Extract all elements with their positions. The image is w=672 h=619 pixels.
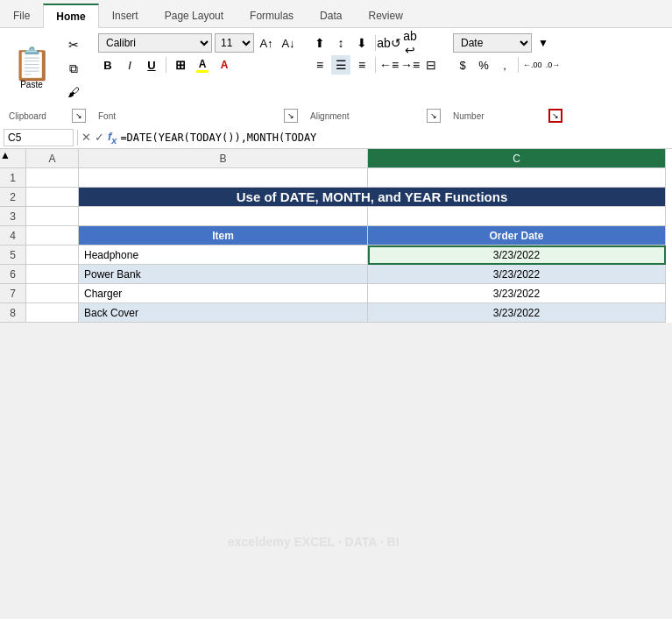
row-header-4: 4 [0, 226, 26, 245]
cell-b4[interactable]: Item [79, 226, 368, 245]
insert-function-icon[interactable]: fx [108, 130, 117, 146]
cell-b2-merged[interactable]: Use of DATE, MONTH, and YEAR Functions [79, 188, 666, 207]
text-direction-button[interactable]: ab↺ [379, 33, 399, 53]
font-dialog-launcher[interactable]: ↘ [284, 109, 298, 123]
formula-input[interactable] [120, 132, 668, 144]
cell-b5[interactable]: Headphone [79, 245, 368, 265]
tab-file[interactable]: File [0, 4, 43, 28]
font-group: Calibri 11 A↑ A↓ B I U ⊞ A A Font ↘ [93, 30, 303, 125]
paste-icon: 📋 [12, 48, 52, 80]
tab-review[interactable]: Review [355, 4, 415, 28]
cell-a7[interactable] [26, 284, 79, 303]
row-header-8: 8 [0, 303, 26, 323]
clipboard-small-buttons: ✂ ⧉ 🖌 [61, 33, 86, 103]
align-left-button[interactable]: ≡ [310, 55, 329, 75]
row-header-2: 2 [0, 188, 26, 207]
cell-c5[interactable]: 3/23/2022 [368, 245, 666, 265]
font-size-select[interactable]: 11 [215, 33, 254, 53]
number-group: Date ▼ $ % , ←.00 .0→ Number ↘ [448, 30, 568, 125]
alignment-label: Alignment [310, 111, 349, 121]
currency-button[interactable]: $ [453, 55, 472, 75]
alignment-dialog-launcher[interactable]: ↘ [427, 109, 441, 123]
col-header-b[interactable]: B [79, 149, 368, 168]
cell-a4[interactable] [26, 226, 79, 245]
clipboard-footer: Clipboard ↘ [4, 107, 91, 125]
underline-button[interactable]: U [142, 55, 161, 75]
merge-center-button[interactable]: ⊟ [421, 55, 441, 75]
ribbon: 📋 Paste ✂ ⧉ 🖌 Clipboard ↘ Calibri 11 [0, 28, 672, 126]
confirm-formula-icon[interactable]: ✓ [95, 131, 104, 144]
font-bottom-row: B I U ⊞ A A [98, 55, 234, 75]
increase-decimal-button[interactable]: ←.00 [522, 55, 541, 75]
cell-c1[interactable] [368, 168, 666, 188]
sheet-rows: 1 2 Use of DATE, MONTH, and YEAR Functio… [0, 168, 672, 323]
formula-bar: C5 ✕ ✓ fx [0, 126, 672, 149]
tab-page-layout[interactable]: Page Layout [152, 4, 237, 28]
align-right-button[interactable]: ≡ [352, 55, 371, 75]
tab-home[interactable]: Home [43, 4, 98, 28]
number-format-select[interactable]: Date [453, 33, 532, 53]
paste-button[interactable]: 📋 Paste [9, 33, 54, 103]
align-middle-button[interactable]: ↕ [331, 33, 350, 53]
tab-insert[interactable]: Insert [99, 4, 152, 28]
decrease-decimal-button[interactable]: .0→ [543, 55, 562, 75]
tab-data[interactable]: Data [307, 4, 355, 28]
tab-formulas[interactable]: Formulas [237, 4, 307, 28]
align-bottom-button[interactable]: ⬇ [352, 33, 371, 53]
bold-button[interactable]: B [98, 55, 117, 75]
border-button[interactable]: ⊞ [171, 55, 190, 75]
cell-a8[interactable] [26, 303, 79, 323]
cell-c6[interactable]: 3/23/2022 [368, 265, 666, 284]
font-footer: Font ↘ [93, 107, 303, 125]
cell-c8[interactable]: 3/23/2022 [368, 303, 666, 323]
ribbon-tabs: File Home Insert Page Layout Formulas Da… [0, 0, 672, 28]
percent-button[interactable]: % [474, 55, 493, 75]
clipboard-label: Clipboard [9, 111, 46, 121]
font-grow-button[interactable]: A↑ [257, 33, 276, 53]
table-row: 1 [0, 168, 672, 188]
decrease-indent-button[interactable]: ←≡ [379, 55, 399, 75]
cell-a6[interactable] [26, 265, 79, 284]
cell-c7[interactable]: 3/23/2022 [368, 284, 666, 303]
cell-b6[interactable]: Power Bank [79, 265, 368, 284]
cell-b1[interactable] [79, 168, 368, 188]
cell-a5[interactable] [26, 245, 79, 265]
increase-indent-button[interactable]: →≡ [400, 55, 420, 75]
table-row: 2 Use of DATE, MONTH, and YEAR Functions [0, 188, 672, 207]
align-top-button[interactable]: ⬆ [310, 33, 329, 53]
cell-a1[interactable] [26, 168, 79, 188]
font-face-select[interactable]: Calibri [98, 33, 212, 53]
clipboard-dialog-launcher[interactable]: ↘ [72, 109, 86, 123]
format-painter-button[interactable]: 🖌 [61, 81, 86, 103]
number-dropdown-button[interactable]: ▼ [534, 33, 553, 53]
font-color-button[interactable]: A [215, 55, 234, 75]
cell-c4[interactable]: Order Date [368, 226, 666, 245]
align-center-button[interactable]: ☰ [331, 55, 350, 75]
font-shrink-button[interactable]: A↓ [279, 33, 298, 53]
cell-b8[interactable]: Back Cover [79, 303, 368, 323]
cell-c3[interactable] [368, 207, 666, 226]
cell-reference-box[interactable]: C5 [4, 129, 74, 146]
wrap-text-button[interactable]: ab↩ [400, 33, 420, 53]
cut-button[interactable]: ✂ [61, 33, 86, 56]
cell-b3[interactable] [79, 207, 368, 226]
align-top-row: ⬆ ↕ ⬇ ab↺ ab↩ [310, 33, 420, 53]
row-header-1: 1 [0, 168, 26, 188]
font-divider [166, 57, 166, 73]
cell-a3[interactable] [26, 207, 79, 226]
comma-button[interactable]: , [495, 55, 514, 75]
italic-button[interactable]: I [120, 55, 139, 75]
fill-color-button[interactable]: A [193, 55, 212, 75]
number-footer: Number ↘ [448, 107, 568, 125]
cancel-formula-icon[interactable]: ✕ [81, 131, 91, 144]
col-header-a[interactable]: A [26, 149, 79, 168]
number-divider [518, 57, 519, 73]
alignment-footer: Alignment ↘ [305, 107, 446, 125]
number-dialog-launcher[interactable]: ↘ [548, 109, 562, 123]
col-header-row: ▲ A B C [0, 149, 672, 168]
cell-b7[interactable]: Charger [79, 284, 368, 303]
cell-a2[interactable] [26, 188, 79, 207]
table-row: 4 Item Order Date [0, 226, 672, 245]
copy-button[interactable]: ⧉ [61, 57, 86, 80]
col-header-c[interactable]: C [368, 149, 666, 168]
